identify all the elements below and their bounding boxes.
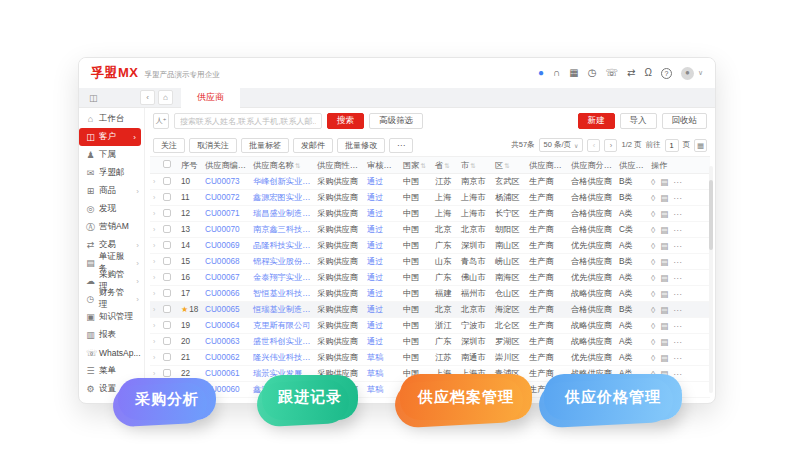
toolbar-button[interactable]: 批量标签 <box>241 138 289 153</box>
detail-icon[interactable]: ▤ <box>660 193 668 203</box>
row-checkbox[interactable] <box>163 257 171 265</box>
table-settings-icon[interactable]: ▦ <box>694 139 707 152</box>
scrollbar-thumb[interactable] <box>709 180 713 250</box>
detail-icon[interactable]: ▤ <box>660 177 668 187</box>
column-header[interactable]: 国家⇅ <box>400 160 432 171</box>
tag-icon[interactable]: ◊ <box>651 209 655 219</box>
table-row[interactable]: ›★18CU00065恒瑞基业制造有限...采购供应商通过中国北京北京市海淀区生… <box>150 302 710 318</box>
row-checkbox[interactable] <box>163 177 171 185</box>
more-icon[interactable]: ⋯ <box>673 241 682 251</box>
row-checkbox[interactable] <box>163 241 171 249</box>
select-all-checkbox[interactable] <box>163 160 171 168</box>
column-header[interactable]: 市⇅ <box>458 160 492 171</box>
row-checkbox[interactable] <box>163 337 171 345</box>
home-icon[interactable]: ⌂ <box>158 90 173 105</box>
history-icon[interactable]: ◷ <box>588 68 597 78</box>
collapse-sidebar-icon[interactable]: ◫ <box>79 93 137 103</box>
column-header[interactable]: 供应商名称⇅ <box>250 160 314 171</box>
column-header[interactable]: 供应商类型⇅ <box>526 160 568 171</box>
table-row[interactable]: ›15CU00068锦程实业股份公司采购供应商通过中国山东青岛市崂山区生产商合格… <box>150 254 710 270</box>
more-icon[interactable]: ⋯ <box>673 353 682 363</box>
row-checkbox[interactable] <box>163 353 171 361</box>
float-button-3[interactable]: 供应价格管理 <box>544 374 682 420</box>
row-checkbox[interactable] <box>163 193 171 201</box>
recycle-bin-button[interactable]: 回收站 <box>662 113 708 129</box>
row-checkbox[interactable] <box>163 369 171 377</box>
detail-icon[interactable]: ▤ <box>660 273 668 283</box>
row-expand-icon[interactable]: › <box>153 258 155 265</box>
column-header[interactable]: 供应商性质⇅ <box>314 160 364 171</box>
tag-icon[interactable]: ◊ <box>651 321 655 331</box>
search-button[interactable]: 搜索 <box>327 113 364 129</box>
apps-grid-icon[interactable]: ▦ <box>569 68 578 78</box>
table-row[interactable]: ›14CU00069晶隆科技实业发展...采购供应商通过中国广东深圳市南山区生产… <box>150 238 710 254</box>
toolbar-button[interactable]: 发邮件 <box>293 138 333 153</box>
tag-icon[interactable]: ◊ <box>651 337 655 347</box>
more-icon[interactable]: ⋯ <box>673 369 682 379</box>
table-row[interactable]: ›17CU00066智恒基业科技实业采购供应商通过中国福建福州市仓山区生产商战略… <box>150 286 710 302</box>
detail-icon[interactable]: ▤ <box>660 209 668 219</box>
toolbar-button[interactable]: 批量修改 <box>337 138 385 153</box>
sidebar-item-4[interactable]: ⊞商品› <box>79 182 144 200</box>
detail-icon[interactable]: ▤ <box>660 353 668 363</box>
detail-icon[interactable]: ▤ <box>660 257 668 267</box>
row-checkbox[interactable] <box>163 321 171 329</box>
row-expand-icon[interactable]: › <box>153 210 155 217</box>
detail-icon[interactable]: ▤ <box>660 289 668 299</box>
advanced-filter-button[interactable]: 高级筛选 <box>369 113 423 129</box>
row-expand-icon[interactable]: › <box>153 242 155 249</box>
tag-icon[interactable]: ◊ <box>651 225 655 235</box>
row-expand-icon[interactable]: › <box>153 274 155 281</box>
import-button[interactable]: 导入 <box>620 113 657 129</box>
more-icon[interactable]: ⋯ <box>673 257 682 267</box>
sort-icon[interactable]: ⇅ <box>295 162 300 169</box>
row-expand-icon[interactable]: › <box>153 306 155 313</box>
tag-icon[interactable]: ◊ <box>651 305 655 315</box>
more-icon[interactable]: ⋯ <box>673 209 682 219</box>
sidebar-item-13[interactable]: ☏WhatsAp...› <box>79 344 144 362</box>
row-checkbox[interactable] <box>163 225 171 233</box>
detail-icon[interactable]: ▤ <box>660 337 668 347</box>
row-expand-icon[interactable]: › <box>153 194 155 201</box>
goto-page-input[interactable] <box>665 139 679 152</box>
bell-icon[interactable]: Ω <box>644 68 651 78</box>
column-header[interactable]: 供应商编号⇅ <box>202 160 250 171</box>
float-button-1[interactable]: 跟进记录 <box>262 375 358 420</box>
row-expand-icon[interactable]: › <box>153 178 155 185</box>
sidebar-item-5[interactable]: ◎发现 <box>79 200 144 218</box>
next-page-button[interactable]: › <box>604 139 617 152</box>
toolbar-button[interactable]: 取消关注 <box>189 138 237 153</box>
column-header[interactable]: 区⇅ <box>492 160 526 171</box>
more-icon[interactable]: ⋯ <box>673 193 682 203</box>
back-icon[interactable]: ‹ <box>140 90 155 105</box>
sidebar-item-1[interactable]: ◫客户› <box>79 128 141 146</box>
detail-icon[interactable]: ▤ <box>660 241 668 251</box>
more-actions-button[interactable]: ⋯ <box>389 138 413 153</box>
detail-icon[interactable]: ▤ <box>660 225 668 235</box>
row-checkbox[interactable] <box>163 209 171 217</box>
headset-icon[interactable]: ∩ <box>553 68 560 78</box>
phone-icon[interactable]: ☏ <box>605 68 618 78</box>
more-icon[interactable]: ⋯ <box>673 273 682 283</box>
table-row[interactable]: ›16CU00067金泰翔宇实业集团采购供应商通过中国广东佛山市南海区生产商优先… <box>150 270 710 286</box>
row-expand-icon[interactable]: › <box>153 290 155 297</box>
search-input[interactable] <box>174 113 322 129</box>
table-row[interactable]: ›11CU00072鑫源宏图实业集团采购供应商通过中国上海上海市杨浦区生产商合格… <box>150 190 710 206</box>
sidebar-item-6[interactable]: Ⓐ营销AM <box>79 218 144 236</box>
more-icon[interactable]: ⋯ <box>673 225 682 235</box>
row-expand-icon[interactable]: › <box>153 226 155 233</box>
avatar[interactable]: ● <box>681 67 694 80</box>
detail-icon[interactable]: ▤ <box>660 321 668 331</box>
table-row[interactable]: ›21CU00062隆兴伟业科技实业采购供应商草稿中国江苏南通市崇川区生产商优先… <box>150 350 710 366</box>
workflow-icon[interactable]: ⇄ <box>627 68 635 78</box>
tag-icon[interactable]: ◊ <box>651 241 655 251</box>
more-icon[interactable]: ⋯ <box>673 337 682 347</box>
table-row[interactable]: ›12CU00071瑞昌盛业制造公司采购供应商通过中国上海上海市长宁区生产商合格… <box>150 206 710 222</box>
sort-icon[interactable]: ⇅ <box>420 162 425 169</box>
sidebar-item-12[interactable]: ▥报表 <box>79 326 144 344</box>
contact-filter-icon[interactable]: 人⁺ <box>153 113 169 129</box>
help-icon[interactable]: ? <box>661 68 672 79</box>
per-page-select[interactable]: 50 条/页 ∨ <box>539 138 584 152</box>
table-row[interactable]: ›19CU00064克里斯有限公司采购供应商通过中国浙江宁波市北仑区生产商战略供… <box>150 318 710 334</box>
more-icon[interactable]: ⋯ <box>673 177 682 187</box>
